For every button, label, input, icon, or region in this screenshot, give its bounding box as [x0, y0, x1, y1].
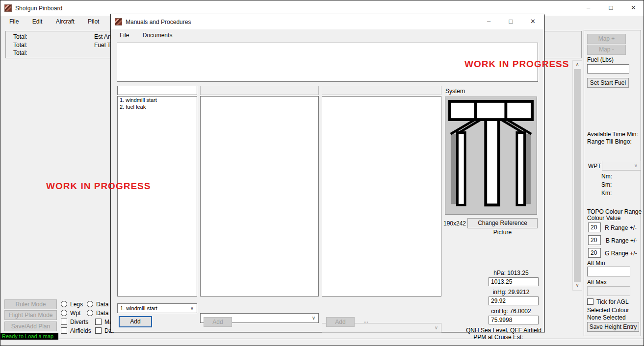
col1-title-input[interactable]: [117, 86, 197, 95]
change-reference-picture-button[interactable]: Change Reference Picture: [467, 218, 538, 228]
wpt-label: WPT: [588, 163, 601, 170]
scrollbar-thumb[interactable]: [574, 69, 581, 282]
wpt-data-label: Data: [96, 310, 108, 317]
add-step-button[interactable]: Add: [326, 317, 355, 327]
col2-title-input[interactable]: [200, 86, 319, 95]
range-bingo-label: Range Till Bingo:: [587, 138, 632, 145]
airfields-label: Airfields: [70, 327, 91, 334]
wpt-radio[interactable]: [61, 310, 67, 316]
fuel-input[interactable]: [587, 64, 629, 74]
list-item[interactable]: 1. windmill start: [118, 97, 197, 103]
map-plus-button[interactable]: Map +: [587, 34, 626, 44]
airfields-checkbox[interactable]: [61, 327, 67, 334]
ppm-cruise-label: PPM at Cruise Est:: [462, 334, 535, 341]
fuel-lbs-label: Fuel (Lbs): [587, 56, 614, 63]
cmhg-label: cmHg: 76.0002: [484, 308, 539, 315]
g-range-label: G Range +/-: [605, 250, 637, 257]
procedure-dropdown[interactable]: 1. windmill start∨: [117, 303, 197, 313]
bottom-separator: [0, 339, 644, 339]
ruler-mode-button[interactable]: Ruler Mode: [4, 299, 57, 309]
total-row-1: Total:: [13, 33, 27, 40]
agl-label: Tick for AGL: [596, 298, 629, 305]
legs-data-label: Data: [96, 301, 108, 308]
dialog-title: Manuals and Procedures: [126, 19, 191, 25]
legs-data-radio[interactable]: [87, 301, 93, 307]
b-range-label: B Range +/-: [606, 237, 637, 244]
diverts-checkbox[interactable]: [61, 319, 67, 325]
picture-size-label: 190x242: [443, 220, 466, 227]
alt-min-label: Alt Min: [587, 260, 605, 267]
add-section-button[interactable]: Add: [204, 317, 232, 327]
alt-min-input[interactable]: [587, 267, 630, 276]
chevron-down-icon: ∨: [435, 323, 438, 332]
close-icon[interactable]: ✕: [622, 0, 644, 15]
menu-aircraft[interactable]: Aircraft: [50, 16, 80, 27]
shotgun-pinboard-window: Shotgun Pinboard – □ ✕ File Edit Aircraf…: [0, 0, 644, 346]
alt-max-input[interactable]: [587, 286, 630, 296]
wpt-data-radio[interactable]: [87, 310, 93, 316]
menu-pilot[interactable]: Pilot: [82, 16, 105, 27]
r-range-label: R Range +/-: [605, 224, 637, 231]
chevron-down-icon: ∨: [634, 161, 638, 170]
inhg-label: inHg: 29.9212: [484, 289, 539, 296]
scroll-down-icon[interactable]: ∨: [573, 282, 582, 290]
hpa-input[interactable]: [489, 277, 539, 286]
data-checkbox[interactable]: [95, 327, 102, 334]
b-range-input[interactable]: [588, 235, 601, 245]
set-start-fuel-button[interactable]: Set Start Fuel: [587, 78, 629, 88]
nm-label: Nm:: [601, 173, 612, 180]
g-range-input[interactable]: [588, 248, 601, 258]
available-time-label: Available Time Min:: [587, 131, 638, 138]
map-minus-button[interactable]: Map -: [587, 45, 626, 55]
main-window-title: Shotgun Pinboard: [15, 5, 62, 12]
save-add-plan-button[interactable]: Save/Add Plan: [4, 321, 57, 331]
dialog-maximize-icon[interactable]: □: [500, 14, 522, 29]
dialog-menubar: File Documents: [114, 29, 178, 42]
inhg-input[interactable]: [489, 297, 539, 305]
dialog-menu-documents[interactable]: Documents: [137, 29, 179, 41]
maximize-icon[interactable]: □: [600, 0, 622, 15]
diverts-label: Diverts: [70, 319, 88, 325]
app-icon: [4, 4, 12, 12]
dialog-minimize-icon[interactable]: –: [478, 14, 500, 29]
total-row-3: Total:: [13, 49, 27, 56]
system-label: System: [445, 88, 465, 95]
r-range-input[interactable]: [588, 222, 601, 232]
chevron-down-icon: ∨: [190, 304, 194, 313]
list-item[interactable]: 2. fuel leak: [118, 103, 197, 110]
alt-max-label: Alt Max: [587, 279, 607, 286]
hpa-label: hPa: 1013.25: [484, 270, 539, 276]
col3-listbox[interactable]: [322, 96, 441, 297]
col1-listbox[interactable]: 1. windmill start 2. fuel leak: [117, 96, 197, 297]
add-procedure-button[interactable]: Add: [119, 316, 152, 327]
selected-colour-label: Selected Colour: [587, 307, 629, 314]
scroll-up-icon[interactable]: ∧: [573, 61, 582, 69]
map-checkbox[interactable]: [95, 319, 102, 325]
flight-plan-mode-button[interactable]: Flight Plan Mode: [4, 310, 57, 320]
colour-value-label: Colour Value: [587, 215, 620, 222]
topo-colour-range-label: TOPO Colour Range: [587, 208, 642, 215]
km-label: Km:: [601, 190, 612, 197]
menu-file[interactable]: File: [3, 16, 25, 27]
col3-title-input[interactable]: [322, 86, 441, 95]
legs-radio[interactable]: [61, 301, 67, 307]
col2-listbox[interactable]: [200, 96, 319, 297]
dialog-app-icon: [115, 18, 122, 25]
minimize-icon[interactable]: –: [577, 0, 599, 15]
wpt-dropdown[interactable]: ∨: [602, 161, 641, 171]
dialog-close-icon[interactable]: ✕: [522, 14, 544, 29]
work-in-progress-right: WORK IN PROGRESS: [464, 59, 569, 70]
fuel-system-diagram: [445, 97, 537, 214]
map-scrollbar[interactable]: ∧ ∨: [572, 60, 582, 291]
chevron-down-icon: ∨: [312, 314, 315, 322]
wpt-radio-label: Wpt: [70, 310, 80, 317]
menu-edit[interactable]: Edit: [26, 16, 49, 27]
save-height-entry-button[interactable]: Save Height Entry: [587, 322, 639, 332]
legs-label: Legs: [70, 301, 83, 308]
cmhg-input[interactable]: [489, 316, 539, 324]
sm-label: Sm:: [601, 181, 612, 188]
work-in-progress-left: WORK IN PROGRESS: [46, 181, 151, 192]
dialog-menu-file[interactable]: File: [114, 29, 135, 41]
dialog-titlebar: Manuals and Procedures – □ ✕: [111, 14, 544, 29]
agl-checkbox[interactable]: [587, 298, 593, 305]
